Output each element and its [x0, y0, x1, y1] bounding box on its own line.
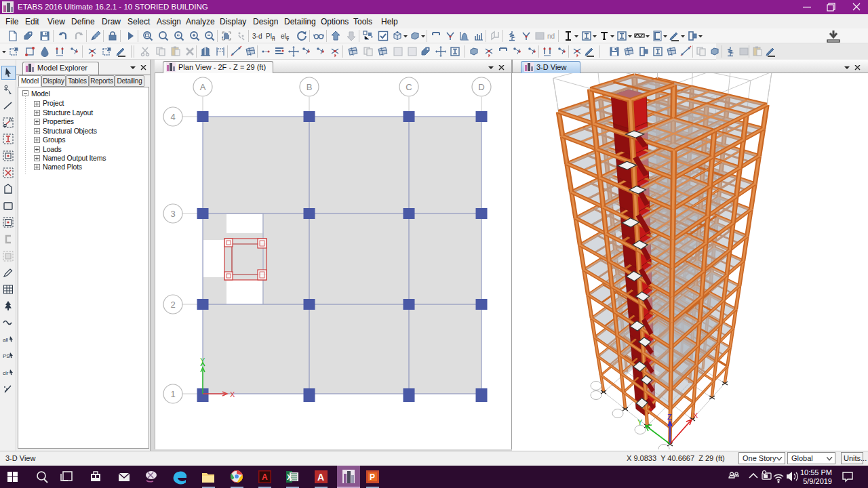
svg-text:v: v — [286, 36, 289, 42]
svg-text:B: B — [307, 82, 313, 92]
svg-text:Z: Z — [667, 413, 672, 421]
svg-text:n: n — [272, 36, 275, 42]
svg-text:all: all — [3, 337, 8, 343]
svg-text:5/9/2019: 5/9/2019 — [803, 477, 832, 485]
svg-text:el: el — [281, 33, 286, 40]
svg-text:3-d: 3-d — [252, 33, 262, 40]
svg-text:X: X — [230, 390, 235, 399]
svg-text:Pl: Pl — [266, 33, 272, 40]
svg-text:1: 1 — [170, 389, 175, 399]
svg-text:Y: Y — [637, 418, 643, 426]
svg-text:A: A — [200, 82, 206, 92]
svg-text:2: 2 — [170, 300, 175, 310]
svg-text:X: X — [693, 411, 698, 420]
svg-text:D: D — [478, 82, 484, 92]
svg-text:X: X — [287, 473, 292, 481]
svg-text:4: 4 — [170, 112, 175, 122]
svg-text:nd: nd — [547, 33, 555, 40]
svg-text:Y: Y — [200, 357, 205, 365]
svg-text:10:55 PM: 10:55 PM — [800, 468, 832, 476]
svg-text:A: A — [317, 472, 324, 483]
svg-text:3: 3 — [170, 209, 175, 219]
svg-text:P: P — [370, 472, 375, 482]
svg-text:C: C — [406, 82, 412, 92]
svg-text:clr: clr — [3, 370, 9, 376]
svg-text:PS: PS — [3, 353, 10, 359]
svg-text:A: A — [262, 472, 268, 482]
